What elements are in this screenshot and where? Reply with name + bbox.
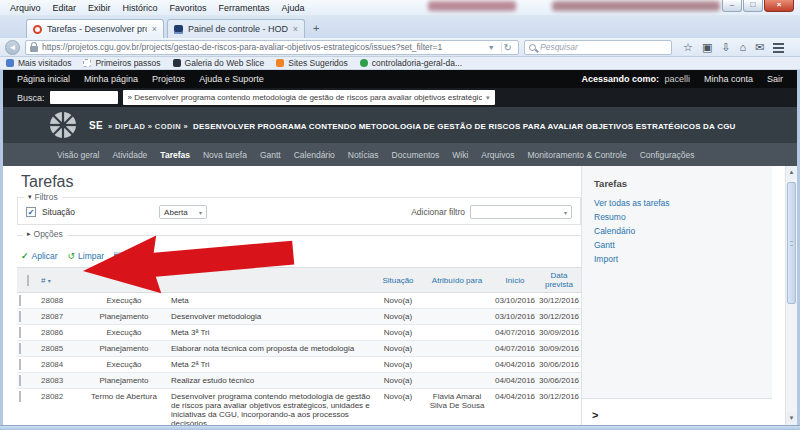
tab-atividade[interactable]: Atividade <box>112 150 147 160</box>
browser-tab-painel[interactable]: Painel de controle - HOD 10 × <box>167 19 305 38</box>
column-header-assignee[interactable]: Atribuído para <box>421 268 493 293</box>
bookmark-primeiros-passos[interactable]: Primeiros passos <box>83 58 160 68</box>
tab-noticias[interactable]: Notícias <box>348 150 379 160</box>
menu-ajuda[interactable]: Ajuda <box>276 2 311 14</box>
add-filter-select[interactable]: ▾ <box>470 205 572 219</box>
close-window-button[interactable]: × <box>764 0 794 12</box>
browser-search-box[interactable] <box>524 40 672 55</box>
breadcrumb-root[interactable]: SE <box>89 120 103 131</box>
sidebar-link-calendario[interactable]: Calendário <box>594 224 772 238</box>
filters-legend[interactable]: ▾ Filtros <box>24 192 62 202</box>
menu-favoritos[interactable]: Favoritos <box>164 2 213 14</box>
bookmark-sites-sugeridos[interactable]: Sites Sugeridos <box>276 58 348 68</box>
issue-id[interactable]: 28082 <box>39 389 79 426</box>
save-label[interactable]: Salvar <box>125 251 149 261</box>
tab-arquivos[interactable]: Arquivos <box>481 150 514 160</box>
row-checkbox[interactable] <box>19 343 21 354</box>
breadcrumb-path[interactable]: » DIPLAD » CODIN » <box>108 122 188 131</box>
issue-id[interactable]: 28088 <box>39 293 79 309</box>
sidebar-link-gantt[interactable]: Gantt <box>594 238 772 252</box>
issue-row[interactable]: 28083 Planejamento Realizar estudo técni… <box>17 373 581 389</box>
menu-editar[interactable]: Editar <box>47 2 83 14</box>
column-header-subject[interactable] <box>169 268 375 293</box>
row-checkbox[interactable] <box>19 295 21 306</box>
tab-configuracoes[interactable]: Configurações <box>640 150 695 160</box>
logout-link[interactable]: Sair <box>767 74 783 84</box>
home-icon[interactable]: ⌂ <box>740 39 747 55</box>
top-menu-pagina-inicial[interactable]: Página inicial <box>17 74 70 84</box>
tab-calendario[interactable]: Calendário <box>294 150 335 160</box>
username-link[interactable]: pacelli <box>664 74 690 84</box>
busca-input[interactable] <box>50 91 118 104</box>
menu-arquivo[interactable]: Arquivo <box>4 2 47 14</box>
row-checkbox[interactable] <box>19 375 21 386</box>
close-tab-icon[interactable]: × <box>152 24 157 34</box>
options-legend[interactable]: ▸ Opções <box>23 229 67 239</box>
browser-search-input[interactable] <box>540 42 667 52</box>
url-bar[interactable]: https://projetos.cgu.gov.br/projects/ges… <box>25 40 519 55</box>
row-checkbox[interactable] <box>19 359 21 370</box>
issue-subject[interactable]: Desenvolver metodologia <box>169 309 375 325</box>
column-header-status[interactable]: Situação <box>375 268 421 293</box>
sidebar-link-import[interactable]: Import <box>594 252 772 266</box>
bookmark-controladoria[interactable]: controladoria-geral-da... <box>360 58 462 68</box>
tab-wiki[interactable]: Wiki <box>452 150 468 160</box>
row-checkbox[interactable] <box>19 391 21 402</box>
issue-subject[interactable]: Meta 2ª Tri <box>169 357 375 373</box>
top-menu-minha-pagina[interactable]: Minha página <box>84 74 138 84</box>
new-tab-button[interactable]: + <box>305 18 327 38</box>
sidebar-link-resumo[interactable]: Resumo <box>594 210 772 224</box>
column-header-due[interactable]: Data prevista <box>537 268 581 293</box>
menu-ferramentas[interactable]: Ferramentas <box>213 2 276 14</box>
my-account-link[interactable]: Minha conta <box>704 74 753 84</box>
clear-button[interactable]: ↺ Limpar <box>68 251 105 261</box>
tab-nova-tarefa[interactable]: Nova tarefa <box>203 150 247 160</box>
column-header-tracker[interactable] <box>79 268 169 293</box>
page-scrollbar[interactable]: ▲ ▼ <box>785 166 797 425</box>
tab-documentos[interactable]: Documentos <box>392 150 440 160</box>
tab-gantt[interactable]: Gantt <box>260 150 281 160</box>
issue-row[interactable]: 28088 Execução Meta Novo(a) 03/10/2016 3… <box>17 293 581 309</box>
column-header-start[interactable]: Início <box>493 268 537 293</box>
issue-row[interactable]: 28084 Execução Meta 2ª Tri Novo(a) 04/04… <box>17 357 581 373</box>
minimize-button[interactable]: – <box>722 0 742 12</box>
issue-subject[interactable]: Desenvolver programa contendo metodologi… <box>169 389 375 426</box>
back-icon[interactable]: ◄ <box>5 40 20 55</box>
url-dropdown-icon[interactable]: ▼ <box>486 44 497 51</box>
situacao-operator-select[interactable]: Aberta ▾ <box>159 205 207 219</box>
downloads-icon[interactable]: ⇩ <box>721 39 730 55</box>
issue-id[interactable]: 28085 <box>39 341 79 357</box>
tab-monitoramento-controle[interactable]: Monitoramento & Controle <box>527 150 626 160</box>
issue-id[interactable]: 28083 <box>39 373 79 389</box>
row-checkbox[interactable] <box>19 327 21 338</box>
select-all-checkbox[interactable] <box>27 275 29 286</box>
url-text[interactable]: https://projetos.cgu.gov.br/projects/ges… <box>42 42 482 52</box>
bookmark-mais-visitados[interactable]: Mais visitados <box>6 58 71 68</box>
apply-button[interactable]: ✓ Aplicar <box>21 251 58 261</box>
issue-row[interactable]: 28087 Planejamento Desenvolver metodolog… <box>17 309 581 325</box>
apply-label[interactable]: Aplicar <box>32 251 58 261</box>
issue-subject[interactable]: Realizar estudo técnico <box>169 373 375 389</box>
close-tab-icon[interactable]: × <box>293 24 298 34</box>
menu-historico[interactable]: Histórico <box>117 2 164 14</box>
top-menu-projetos[interactable]: Projetos <box>152 74 185 84</box>
scroll-down-icon[interactable]: ▼ <box>786 412 797 425</box>
row-checkbox[interactable] <box>19 311 21 322</box>
situacao-checkbox[interactable]: ✓ <box>26 207 36 217</box>
bookmark-galeria-web-slice[interactable]: Galeria do Web Slice <box>173 58 265 68</box>
sidebar-link-ver-todas[interactable]: Ver todas as tarefas <box>594 196 772 210</box>
save-button[interactable]: Salvar <box>114 251 149 261</box>
scroll-up-icon[interactable]: ▲ <box>786 166 797 179</box>
issue-id[interactable]: 28084 <box>39 357 79 373</box>
issue-row[interactable]: 28086 Execução Meta 3ª Tri Novo(a) 04/07… <box>17 325 581 341</box>
pocket-icon[interactable]: ▣ <box>702 39 712 55</box>
reload-icon[interactable]: ↻ <box>501 42 514 53</box>
tab-tarefas[interactable]: Tarefas <box>160 150 190 160</box>
issue-row[interactable]: 28082 Termo de Abertura Desenvolver prog… <box>17 389 581 426</box>
project-jump-select[interactable]: » Desenvolver programa contendo metodolo… <box>123 90 495 105</box>
bookmark-star-icon[interactable]: ☆ <box>683 39 693 55</box>
issue-subject[interactable]: Meta <box>169 293 375 309</box>
maximize-button[interactable]: □ <box>743 0 763 12</box>
issue-id[interactable]: 28087 <box>39 309 79 325</box>
issue-row[interactable]: 28085 Planejamento Elaborar nota técnica… <box>17 341 581 357</box>
